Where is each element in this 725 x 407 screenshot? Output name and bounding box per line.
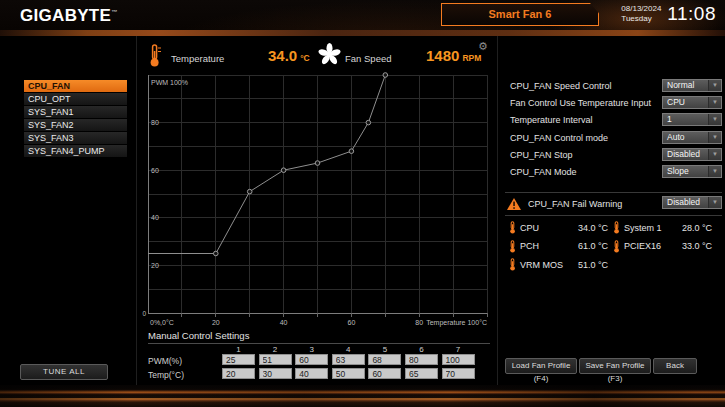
sidebar-item-sys_fan2[interactable]: SYS_FAN2: [24, 119, 127, 132]
fan-curve-line: [148, 75, 385, 254]
curve-cell-tempc-7[interactable]: [442, 368, 475, 379]
setting-dropdown-2[interactable]: 1▼: [662, 113, 722, 126]
temp-readout-cpu: CPU34.0 °C: [509, 221, 608, 234]
sidebar-item-sys_fan1[interactable]: SYS_FAN1: [24, 106, 127, 119]
chevron-down-icon[interactable]: ▼: [708, 166, 721, 177]
dropdown-value: Disabled: [663, 149, 708, 160]
curve-cell-pwm-3[interactable]: [295, 354, 328, 365]
curve-point-3[interactable]: [281, 168, 286, 173]
curve-cell-pwm-7[interactable]: [442, 354, 475, 365]
fail-warning-dropdown[interactable]: Disabled▼: [662, 196, 722, 209]
table-col-header: 1: [222, 345, 255, 354]
curve-point-1[interactable]: [214, 251, 219, 256]
datetime: 08/13/2024 Tuesday 11:08: [621, 3, 716, 25]
setting-label: CPU_FAN Mode: [510, 167, 577, 177]
curve-point-4[interactable]: [315, 161, 320, 166]
temp-value: 28.0 °C: [682, 223, 712, 233]
sidebar-item-sys_fan4_pump[interactable]: SYS_FAN4_PUMP: [24, 145, 127, 158]
curve-cell-pwm-6[interactable]: [405, 354, 438, 365]
curve-cell-pwm-4[interactable]: [332, 354, 365, 365]
curve-cell-tempc-2[interactable]: [259, 368, 292, 379]
fan-curve-chart[interactable]: PWM 100%2040608000%,0°C20406080Temperatu…: [137, 70, 497, 330]
manual-control-settings: Manual Control Settings 1234567PWM(%)Tem…: [148, 330, 490, 384]
temp-readout-vrm-mos: VRM MOS51.0 °C: [509, 258, 608, 271]
curve-cell-pwm-5[interactable]: [368, 354, 401, 365]
temp-value: 34.0 °C: [578, 223, 608, 233]
table-row-label: Temp(°C): [148, 370, 184, 380]
curve-point-5[interactable]: [349, 149, 354, 154]
setting-dropdown-5[interactable]: Slope▼: [662, 165, 722, 178]
back-button[interactable]: Back: [653, 358, 697, 374]
temp-readout-system-1: System 128.0 °C: [613, 221, 712, 234]
table-row-label: PWM(%): [148, 356, 182, 366]
header-divider-glow: [0, 30, 725, 36]
temp-value: 33.0 °C: [682, 241, 712, 251]
dropdown-value: Normal: [663, 80, 708, 91]
setting-dropdown-3[interactable]: Auto▼: [662, 131, 722, 144]
weekday-text: Tuesday: [621, 14, 661, 24]
tab-smart-fan-6[interactable]: Smart Fan 6: [441, 3, 599, 26]
curve-cell-tempc-4[interactable]: [332, 368, 365, 379]
chevron-down-icon[interactable]: ▼: [708, 149, 721, 160]
curve-cell-pwm-2[interactable]: [259, 354, 292, 365]
fan-speed-label: Fan Speed: [345, 53, 391, 64]
setting-label: Temperature Interval: [510, 115, 593, 125]
thermometer-icon: [613, 221, 620, 234]
sidebar-item-sys_fan3[interactable]: SYS_FAN3: [24, 132, 127, 145]
setting-label: CPU_FAN Speed Control: [510, 81, 612, 91]
axis-label: 0: [142, 310, 146, 317]
axis-label: 60: [348, 319, 356, 326]
dropdown-value: Slope: [663, 166, 708, 177]
sidebar-item-cpu_fan[interactable]: CPU_FAN: [24, 80, 127, 93]
setting-dropdown-0[interactable]: Normal▼: [662, 79, 722, 92]
table-col-header: 5: [368, 345, 401, 354]
date-text: 08/13/2024: [621, 4, 661, 14]
save-fan-profile-button[interactable]: Save Fan Profile (F3): [579, 358, 651, 374]
axis-label: 20: [212, 319, 220, 326]
table-col-header: 6: [405, 345, 438, 354]
setting-label: Fan Control Use Temperature Input: [510, 98, 651, 108]
curve-point-7[interactable]: [383, 73, 388, 78]
smart-fan-screen: GIGABYTE™ Smart Fan 6 08/13/2024 Tuesday…: [0, 0, 725, 407]
axis-label: 80: [415, 319, 423, 326]
thermometer-icon: [613, 240, 620, 253]
temp-readout-pciex16: PCIEX1633.0 °C: [613, 240, 712, 253]
setting-dropdown-4[interactable]: Disabled▼: [662, 148, 722, 161]
curve-point-2[interactable]: [247, 189, 252, 194]
thermometer-icon: [509, 221, 516, 234]
temp-label: PCIEX16: [624, 241, 661, 251]
setting-dropdown-1[interactable]: CPU▼: [662, 96, 722, 109]
chevron-down-icon[interactable]: ▼: [708, 197, 721, 208]
dropdown-value: 1: [663, 114, 708, 125]
chevron-down-icon[interactable]: ▼: [708, 132, 721, 143]
warning-icon: [507, 196, 521, 214]
dropdown-value: Disabled: [663, 197, 708, 208]
chevron-down-icon[interactable]: ▼: [708, 80, 721, 91]
gear-icon[interactable]: ⚙: [478, 40, 488, 53]
sidebar-item-cpu_opt[interactable]: CPU_OPT: [24, 93, 127, 106]
temp-readout-pch: PCH61.0 °C: [509, 240, 608, 253]
axis-label: 0%,0°C: [150, 319, 174, 326]
table-col-header: 2: [259, 345, 292, 354]
top-bar: GIGABYTE™ Smart Fan 6 08/13/2024 Tuesday…: [0, 0, 725, 30]
temp-label: PCH: [520, 241, 539, 251]
clock: 11:08: [667, 3, 716, 25]
curve-cell-tempc-5[interactable]: [368, 368, 401, 379]
chevron-down-icon[interactable]: ▼: [708, 97, 721, 108]
load-fan-profile-button[interactable]: Load Fan Profile (F4): [505, 358, 577, 374]
fan-icon: [318, 43, 341, 70]
axis-label: Temperature 100°C: [426, 319, 487, 327]
curve-cell-tempc-3[interactable]: [295, 368, 328, 379]
curve-cell-tempc-1[interactable]: [222, 368, 255, 379]
thermometer-icon: [509, 240, 516, 253]
tune-all-button[interactable]: TUNE ALL: [20, 364, 108, 380]
curve-cell-tempc-6[interactable]: [405, 368, 438, 379]
curve-point-6[interactable]: [366, 120, 371, 125]
chevron-down-icon[interactable]: ▼: [708, 114, 721, 125]
curve-cell-pwm-1[interactable]: [222, 354, 255, 365]
thermometer-icon: [509, 258, 516, 271]
trademark-mark: ™: [111, 9, 117, 15]
table-col-header: 4: [332, 345, 365, 354]
temperature-readout: 34.0°C: [268, 47, 310, 64]
table-col-header: 7: [442, 345, 475, 354]
